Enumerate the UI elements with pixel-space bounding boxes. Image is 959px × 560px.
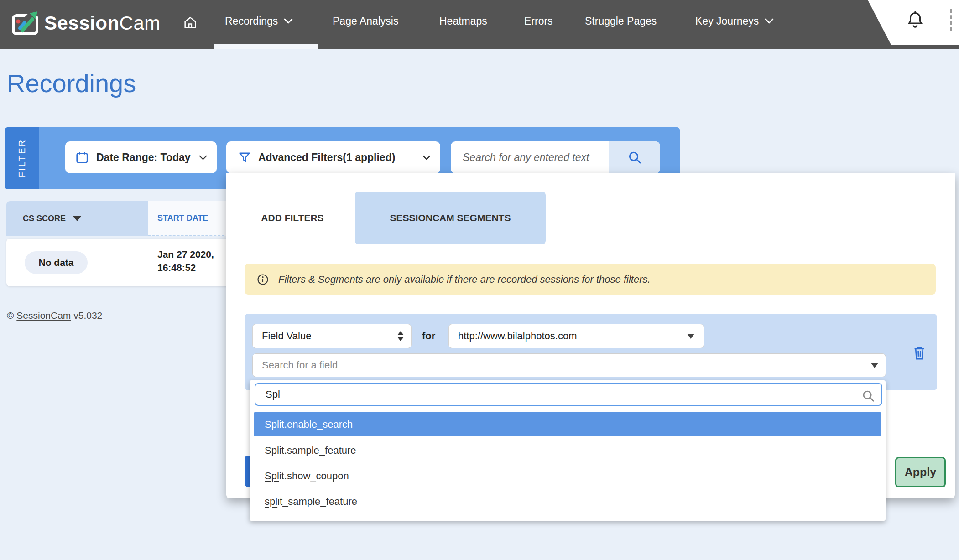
home-icon[interactable] [182, 15, 198, 30]
segments-tab-label: SESSIONCAM SEGMENTS [390, 213, 511, 223]
table-row[interactable]: No data Jan 27 2020, 16:48:52 [6, 239, 233, 286]
page-title: Recordings [7, 68, 136, 98]
cs-score-badge: No data [25, 251, 88, 274]
nav-corner-cutout [865, 0, 959, 45]
date-range-button[interactable]: Date Range: Today [65, 141, 217, 173]
dropdown-caret-icon [687, 334, 694, 339]
notifications-bell-icon[interactable] [907, 11, 923, 30]
nav-bar: SessionCam Recordings Page Analysis Heat… [0, 0, 959, 49]
field-query-value: Spl [266, 389, 280, 400]
nav-item-label: Heatmaps [439, 14, 487, 28]
nav-item-errors[interactable]: Errors [524, 14, 553, 28]
for-label: for [422, 324, 435, 348]
nav-item-label: Page Analysis [333, 14, 398, 28]
copyright: © SessionCam v5.032 [7, 310, 102, 321]
tab-sessioncam-segments[interactable]: SESSIONCAM SEGMENTS [355, 192, 546, 244]
field-query-input[interactable]: Spl [255, 383, 882, 406]
more-menu-icon[interactable] [950, 9, 952, 31]
delete-filter-button[interactable] [910, 344, 928, 362]
column-header-start-date[interactable]: START DATE [148, 201, 233, 236]
info-icon [256, 273, 269, 286]
site-select[interactable]: http://www.bilalphotos.com [448, 324, 704, 348]
nav-item-label: Struggle Pages [585, 14, 657, 28]
field-options-dropdown: Spl Split.enable_search Split.sample_fea… [250, 380, 886, 521]
add-filters-tab-label: ADD FILTERS [261, 213, 323, 223]
spinner-arrows-icon [397, 331, 404, 341]
advanced-filters-label: Advanced Filters(1 applied) [258, 151, 395, 164]
apply-button-label: Apply [905, 466, 936, 479]
search-button[interactable] [609, 141, 660, 173]
cs-score-header-label: CS SCORE [23, 214, 66, 223]
sessioncam-link[interactable]: SessionCam [16, 310, 71, 321]
active-nav-indicator [214, 44, 318, 49]
date-range-label: Date Range: Today [96, 151, 191, 164]
nav-item-label: Key Journeys [695, 14, 759, 28]
info-banner-text: Filters & Segments are only available if… [278, 274, 651, 285]
field-option-split-enable-search[interactable]: Split.enable_search [254, 412, 881, 436]
nav-item-page-analysis[interactable]: Page Analysis [333, 14, 398, 28]
chevron-down-icon [764, 18, 774, 24]
field-search-placeholder: Search for a field [262, 359, 338, 371]
info-banner: Filters & Segments are only available if… [245, 264, 936, 295]
field-type-select[interactable]: Field Value [252, 324, 412, 348]
chevron-down-icon [283, 18, 293, 24]
nav-item-key-journeys[interactable]: Key Journeys [695, 14, 774, 28]
filter-condition-row: Field Value for http://www.bilalphotos.c… [245, 314, 937, 390]
calendar-icon [75, 150, 89, 164]
search-icon [861, 389, 875, 403]
site-value: http://www.bilalphotos.com [458, 330, 577, 342]
advanced-filters-button[interactable]: Advanced Filters(1 applied) [226, 141, 440, 173]
filter-tab-label: FILTER [17, 139, 27, 177]
apply-button[interactable]: Apply [895, 457, 946, 487]
nav-item-label: Errors [524, 14, 553, 28]
logo-icon [11, 9, 39, 37]
recordings-table-header: CS SCORE START DATE [6, 201, 233, 236]
funnel-icon [238, 151, 251, 164]
field-search-combobox[interactable]: Search for a field [252, 353, 886, 377]
sort-desc-icon [73, 216, 81, 221]
column-header-cs-score[interactable]: CS SCORE [6, 201, 148, 236]
advanced-filters-panel: ADD FILTERS SESSIONCAM SEGMENTS Filters … [226, 173, 955, 498]
field-type-value: Field Value [262, 330, 311, 342]
filter-side-tab[interactable]: FILTER [5, 127, 39, 189]
field-option-split-sample-feature[interactable]: Split.sample_feature [254, 438, 881, 462]
text-search-input[interactable]: Search for any entered text [451, 141, 660, 173]
nav-item-recordings[interactable]: Recordings [225, 14, 293, 28]
chevron-down-icon [198, 155, 208, 161]
start-date-value: Jan 27 2020, 16:48:52 [157, 248, 214, 274]
logo-text: SessionCam [44, 12, 161, 34]
start-date-header-label: START DATE [157, 213, 208, 223]
logo[interactable]: SessionCam [11, 7, 161, 39]
trash-icon [912, 345, 927, 361]
dropdown-caret-icon [871, 363, 878, 368]
tab-add-filters[interactable]: ADD FILTERS [249, 192, 336, 244]
nav-item-heatmaps[interactable]: Heatmaps [439, 14, 487, 28]
nav-item-label: Recordings [225, 14, 278, 28]
field-option-split-show-coupon[interactable]: Split.show_coupon [254, 464, 881, 488]
chevron-down-icon [422, 155, 431, 161]
field-option-split-sample-feature-2[interactable]: split_sample_feature [254, 489, 881, 513]
app-root: SessionCam Recordings Page Analysis Heat… [0, 0, 959, 560]
search-placeholder: Search for any entered text [451, 151, 589, 164]
search-icon [627, 150, 642, 165]
nav-item-struggle-pages[interactable]: Struggle Pages [585, 14, 657, 28]
